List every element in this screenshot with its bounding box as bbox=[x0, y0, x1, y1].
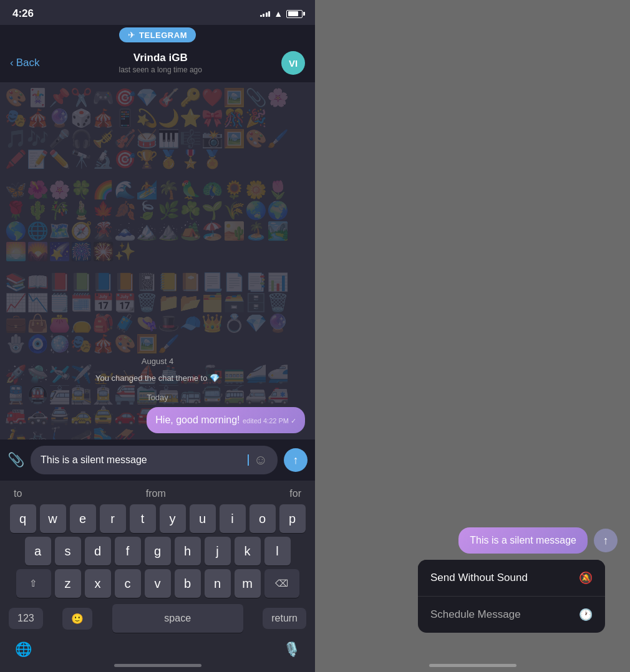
system-message-text: You changed the chat theme to 💎 bbox=[95, 373, 220, 383]
key-z[interactable]: z bbox=[55, 569, 81, 598]
chat-status: last seen a long time ago bbox=[46, 65, 275, 74]
keyboard-row-1: q w e r t y u i o p bbox=[2, 504, 313, 533]
telegram-badge-text: TELEGRAM bbox=[139, 31, 187, 40]
key-y[interactable]: y bbox=[160, 504, 186, 533]
key-space[interactable]: space bbox=[112, 604, 243, 633]
key-r[interactable]: r bbox=[100, 504, 126, 533]
send-without-sound-button[interactable]: Send Without Sound 🔕 bbox=[418, 560, 605, 596]
key-h[interactable]: h bbox=[175, 537, 201, 565]
keyboard-row-2: a s d f g h j k l bbox=[2, 537, 313, 565]
predictive-to[interactable]: to bbox=[6, 486, 29, 502]
attach-button[interactable]: 📎 bbox=[7, 452, 24, 468]
key-return[interactable]: return bbox=[263, 608, 306, 629]
chat-background: 🎨🃏📌✂️🎮🎯💎🎸🔑❤️🖼️📎🌸🎭🎪🔮🎲🎪📱💫🌙⭐🎀🎊🎉🎵🎶🎤🎧🎺🎻🥁🎹🎼📸🖼️… bbox=[0, 82, 315, 439]
chat-header: ‹ Back Vrinda iGB last seen a long time … bbox=[0, 46, 315, 82]
predictive-row: to from for bbox=[2, 486, 313, 502]
key-x[interactable]: x bbox=[85, 569, 111, 598]
avatar[interactable]: VI bbox=[281, 51, 305, 75]
key-w[interactable]: w bbox=[40, 504, 66, 533]
key-g[interactable]: g bbox=[145, 537, 171, 565]
status-icons: ▲ bbox=[260, 9, 303, 19]
date-divider-august: August 4 bbox=[10, 357, 305, 366]
key-b[interactable]: b bbox=[175, 569, 201, 598]
right-panel: This is a silent message ↑ Send Without … bbox=[315, 0, 630, 672]
key-l[interactable]: l bbox=[264, 537, 291, 565]
key-backspace[interactable]: ⌫ bbox=[264, 569, 299, 598]
right-send-button[interactable]: ↑ bbox=[594, 529, 618, 552]
back-chevron-icon: ‹ bbox=[10, 57, 14, 69]
key-123[interactable]: 123 bbox=[9, 608, 43, 629]
key-t[interactable]: t bbox=[130, 504, 156, 533]
key-m[interactable]: m bbox=[235, 569, 261, 598]
clock-icon: 🕐 bbox=[579, 608, 593, 622]
key-i[interactable]: i bbox=[220, 504, 246, 533]
right-message-text: This is a silent message bbox=[470, 535, 576, 545]
right-message-bubble: This is a silent message bbox=[458, 527, 588, 554]
right-chat-bg: This is a silent message ↑ Send Without … bbox=[315, 0, 630, 658]
predictive-from[interactable]: from bbox=[138, 486, 173, 502]
date-divider-today: Today bbox=[10, 393, 305, 402]
context-menu: Send Without Sound 🔕 Schedule Message 🕐 bbox=[418, 560, 605, 633]
keyboard-extra-row: 🌐 🎙️ bbox=[2, 638, 313, 660]
send-button[interactable]: ↑ bbox=[284, 448, 308, 472]
mute-icon: 🔕 bbox=[579, 571, 593, 585]
back-button[interactable]: ‹ Back bbox=[10, 57, 39, 69]
schedule-message-label: Schedule Message bbox=[430, 608, 521, 621]
key-j[interactable]: j bbox=[205, 537, 231, 565]
key-n[interactable]: n bbox=[205, 569, 231, 598]
emoji-button[interactable]: ☺ bbox=[254, 452, 268, 468]
send-without-sound-label: Send Without Sound bbox=[430, 572, 528, 584]
key-f[interactable]: f bbox=[115, 537, 141, 565]
system-message: You changed the chat theme to 💎 bbox=[10, 373, 305, 383]
text-cursor bbox=[248, 454, 249, 466]
key-u[interactable]: u bbox=[190, 504, 216, 533]
left-panel: 4:26 ▲ ✈ TELEGRAM ‹ Back Vrinda iGB bbox=[0, 0, 315, 672]
input-bar: 📎 This is a silent message ☺ ↑ bbox=[0, 439, 315, 481]
key-e[interactable]: e bbox=[70, 504, 96, 533]
status-bar: 4:26 ▲ bbox=[0, 0, 315, 25]
message-text: Hie, good morning! bbox=[155, 415, 243, 425]
chat-info: Vrinda iGB last seen a long time ago bbox=[46, 52, 275, 74]
right-home-indicator bbox=[429, 664, 516, 667]
key-d[interactable]: d bbox=[85, 537, 111, 565]
key-v[interactable]: v bbox=[145, 569, 171, 598]
back-label: Back bbox=[16, 57, 40, 69]
input-text: This is a silent message bbox=[41, 454, 243, 466]
telegram-plane-icon: ✈ bbox=[128, 30, 135, 40]
keyboard-row-bottom: 123 🙂 space return bbox=[2, 602, 313, 638]
key-q[interactable]: q bbox=[10, 504, 36, 533]
key-a[interactable]: a bbox=[25, 537, 51, 565]
telegram-badge: ✈ TELEGRAM bbox=[119, 27, 196, 42]
keyboard: to from for q w e r t y u i o p a s d f … bbox=[0, 481, 315, 672]
key-emoji[interactable]: 🙂 bbox=[62, 608, 92, 630]
home-indicator bbox=[114, 664, 201, 667]
key-shift[interactable]: ⇧ bbox=[16, 569, 51, 598]
signal-bars-icon bbox=[260, 11, 271, 17]
schedule-message-button[interactable]: Schedule Message 🕐 bbox=[418, 597, 605, 633]
message-input-container[interactable]: This is a silent message ☺ bbox=[31, 446, 278, 474]
message-bubble-container: Hie, good morning! edited 4:22 PM ✓ bbox=[10, 407, 305, 433]
battery-icon bbox=[286, 10, 303, 18]
message-bubble: Hie, good morning! edited 4:22 PM ✓ bbox=[147, 407, 305, 433]
telegram-header: ✈ TELEGRAM bbox=[0, 25, 315, 46]
chat-name: Vrinda iGB bbox=[46, 52, 275, 64]
right-message-row: This is a silent message ↑ bbox=[327, 527, 618, 554]
messages-area: August 4 You changed the chat theme to 💎… bbox=[0, 347, 315, 439]
key-k[interactable]: k bbox=[235, 537, 261, 565]
key-o[interactable]: o bbox=[250, 504, 276, 533]
key-c[interactable]: c bbox=[115, 569, 141, 598]
wifi-icon: ▲ bbox=[274, 9, 283, 19]
key-p[interactable]: p bbox=[279, 504, 306, 533]
microphone-icon[interactable]: 🎙️ bbox=[283, 641, 300, 658]
key-s[interactable]: s bbox=[55, 537, 81, 565]
keyboard-row-3: ⇧ z x c v b n m ⌫ bbox=[2, 569, 313, 598]
globe-icon[interactable]: 🌐 bbox=[15, 641, 32, 658]
status-time: 4:26 bbox=[12, 7, 34, 20]
predictive-for[interactable]: for bbox=[282, 486, 309, 502]
message-meta: edited 4:22 PM ✓ bbox=[243, 417, 296, 425]
